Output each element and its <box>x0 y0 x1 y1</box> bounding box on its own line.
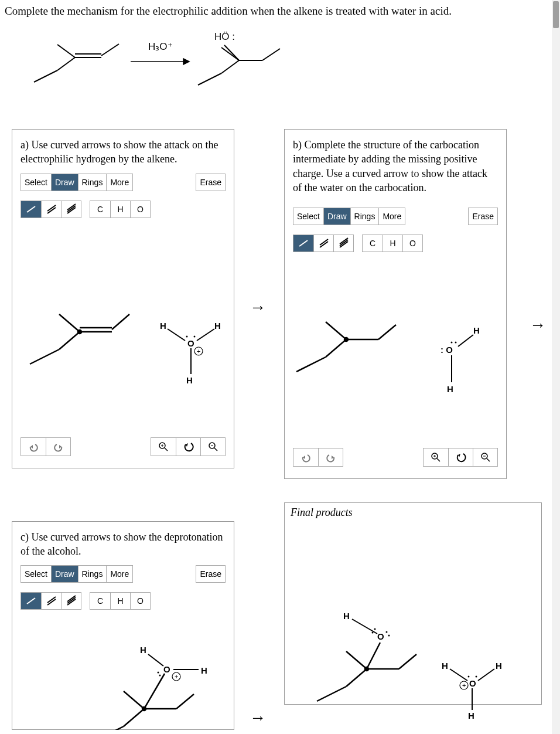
erase-button[interactable]: Erase <box>469 208 497 225</box>
atom-o-button[interactable]: O <box>402 235 422 252</box>
arrow-b-out: → <box>530 315 546 334</box>
arrow-c-to-final: → <box>250 708 266 727</box>
svg-line-20 <box>30 349 59 364</box>
atom-h-button[interactable]: H <box>383 235 402 252</box>
rings-button[interactable]: Rings <box>350 208 379 225</box>
panel-a-toolbar-bonds: C H O <box>12 197 234 226</box>
svg-line-52 <box>124 691 144 709</box>
triple-bond-button[interactable] <box>61 201 81 218</box>
svg-line-55 <box>144 674 165 709</box>
triple-bond-button[interactable] <box>333 235 353 252</box>
select-button[interactable]: Select <box>293 208 323 225</box>
select-button[interactable]: Select <box>21 174 51 191</box>
final-canvas: H O H H H O <box>285 522 541 704</box>
h-label: H <box>201 665 207 675</box>
single-bond-button[interactable] <box>21 201 41 218</box>
redo-button[interactable] <box>318 448 343 466</box>
zoom-reset-button[interactable] <box>176 438 200 456</box>
panel-c: c) Use curved arrows to show the deproto… <box>12 521 234 730</box>
o-label: O <box>469 678 476 688</box>
draw-button[interactable]: Draw <box>51 174 78 191</box>
svg-line-2 <box>57 45 75 57</box>
svg-marker-7 <box>183 59 189 64</box>
svg-line-67 <box>296 357 326 372</box>
svg-line-99 <box>450 669 467 681</box>
svg-line-72 <box>378 325 396 339</box>
svg-line-5 <box>101 44 119 56</box>
h-label: H <box>442 661 448 671</box>
panel-a-prompt: a) Use curved arrows to show the attack … <box>12 130 234 174</box>
draw-button[interactable]: Draw <box>323 208 350 225</box>
double-bond-button[interactable] <box>41 201 61 218</box>
o-label: O <box>187 338 194 348</box>
panel-b-toolbar-modes: Select Draw Rings More Erase <box>285 208 506 231</box>
h-label: H <box>186 375 193 385</box>
erase-button[interactable]: Erase <box>196 174 225 191</box>
o-label: O <box>377 631 384 641</box>
h-label: H <box>214 321 221 331</box>
zoom-in-button[interactable] <box>151 438 176 456</box>
svg-line-92 <box>399 654 416 669</box>
h-label: H <box>473 325 480 335</box>
zoom-out-button[interactable] <box>200 438 225 456</box>
more-button[interactable]: More <box>106 566 132 582</box>
zoom-in-button[interactable] <box>424 448 448 466</box>
svg-line-23 <box>59 314 80 332</box>
svg-line-43 <box>27 598 35 604</box>
panel-c-canvas[interactable]: H H O + <box>12 618 234 729</box>
atom-h-button[interactable]: H <box>110 201 130 218</box>
zoom-reset-button[interactable] <box>448 448 473 466</box>
svg-line-26 <box>112 314 129 329</box>
atom-c-button[interactable]: C <box>90 201 110 218</box>
h-label: H <box>447 384 453 394</box>
atom-c-button[interactable]: C <box>90 593 110 609</box>
undo-button[interactable] <box>21 438 46 456</box>
more-button[interactable]: More <box>378 208 405 225</box>
double-bond-button[interactable] <box>313 235 333 252</box>
single-bond-button[interactable] <box>293 235 313 252</box>
svg-line-70 <box>326 322 346 339</box>
panel-c-toolbar-bonds: C H O <box>12 589 234 618</box>
erase-button[interactable]: Erase <box>196 566 225 582</box>
panel-a: a) Use curved arrows to show the attack … <box>12 129 234 468</box>
atom-o-button[interactable]: O <box>130 201 150 218</box>
more-button[interactable]: More <box>106 174 132 191</box>
rings-button[interactable]: Rings <box>78 174 107 191</box>
panel-b-canvas[interactable]: H H : O <box>285 260 506 448</box>
arrow-a-to-b: → <box>250 298 266 317</box>
single-bond-button[interactable] <box>21 593 41 609</box>
zoom-out-button[interactable] <box>473 448 497 466</box>
atom-c-button[interactable]: C <box>363 235 383 252</box>
svg-line-80 <box>437 458 440 461</box>
double-bond-button[interactable] <box>41 593 61 609</box>
reagent-label: H₃O⁺ <box>148 41 173 52</box>
svg-line-100 <box>478 669 494 681</box>
select-button[interactable]: Select <box>21 566 51 582</box>
svg-line-8 <box>198 73 221 85</box>
svg-line-14 <box>27 206 35 212</box>
svg-point-95 <box>374 628 376 630</box>
panel-a-canvas[interactable]: H H H O + <box>12 226 234 437</box>
svg-line-27 <box>168 329 185 341</box>
redo-button[interactable] <box>46 438 70 456</box>
svg-line-0 <box>34 70 57 82</box>
undo-button[interactable] <box>293 448 318 466</box>
question-text: Complete the mechanism for the electroph… <box>5 5 555 18</box>
svg-line-49 <box>94 726 124 730</box>
draw-button[interactable]: Draw <box>51 566 78 582</box>
svg-line-85 <box>487 458 490 461</box>
vertical-scrollbar[interactable] <box>552 0 560 730</box>
svg-line-21 <box>59 332 80 349</box>
panel-b-toolbar-bonds: C H O <box>285 231 506 260</box>
rings-button[interactable]: Rings <box>78 566 107 582</box>
panel-b-prompt: b) Complete the structure of the carboca… <box>285 130 506 208</box>
atom-h-button[interactable]: H <box>110 593 130 609</box>
triple-bond-button[interactable] <box>61 593 81 609</box>
scrollbar-thumb[interactable] <box>553 1 559 28</box>
svg-line-94 <box>352 619 377 634</box>
panel-b: b) Complete the structure of the carboca… <box>284 129 507 479</box>
atom-o-button[interactable]: O <box>130 593 150 609</box>
svg-line-36 <box>165 448 168 451</box>
svg-point-31 <box>194 335 196 337</box>
panel-c-toolbar-modes: Select Draw Rings More Erase <box>12 565 234 589</box>
